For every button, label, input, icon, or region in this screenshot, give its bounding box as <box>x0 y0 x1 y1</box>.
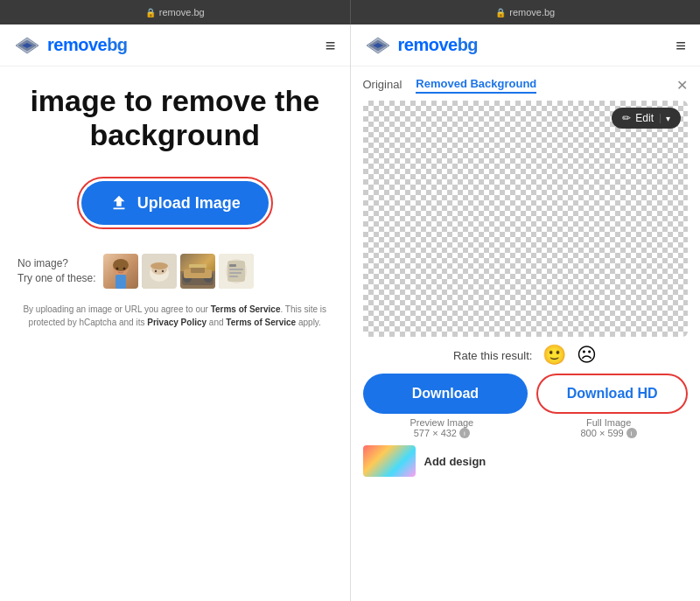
browser-bar: 🔒 remove.bg 🔒 remove.bg <box>0 0 700 24</box>
panels: removebg ≡ image to remove the backgroun… <box>0 24 700 601</box>
terms-link-2[interactable]: Privacy Policy <box>147 318 206 327</box>
terms-link-3[interactable]: Terms of Service <box>226 318 296 327</box>
right-logo-main: remove <box>398 35 458 54</box>
add-design-row[interactable]: Add design <box>363 445 689 477</box>
svg-rect-24 <box>229 264 236 267</box>
design-preview-thumbnail <box>363 445 416 477</box>
frown-button[interactable]: ☹ <box>577 344 597 367</box>
preview-image-info: Preview Image 577 × 432 i <box>363 417 522 438</box>
try-text: No image?Try one of these: <box>18 256 96 286</box>
pencil-icon: ✏ <box>622 112 631 124</box>
smile-button[interactable]: 🙂 <box>542 344 566 367</box>
svg-point-4 <box>113 259 129 271</box>
svg-rect-27 <box>229 276 238 277</box>
download-hd-button[interactable]: Download HD <box>540 377 684 410</box>
sample-img-1-svg <box>103 254 138 289</box>
left-hamburger[interactable]: ≡ <box>326 37 336 54</box>
upload-button-wrapper: Upload Image <box>77 177 273 229</box>
svg-point-12 <box>161 270 163 272</box>
terms-text: By uploading an image or URL you agree t… <box>18 303 332 329</box>
full-info-icon[interactable]: i <box>626 428 637 438</box>
svg-rect-20 <box>189 264 206 268</box>
left-logo-main: remove <box>47 35 107 54</box>
svg-point-13 <box>150 262 168 269</box>
try-these-section: No image?Try one of these: <box>18 254 332 289</box>
left-logo-accent: bg <box>107 35 127 54</box>
checkerboard-bg <box>363 101 689 337</box>
left-logo: removebg <box>14 35 128 55</box>
right-navbar: removebg ≡ <box>351 24 701 66</box>
sample-image-4[interactable] <box>219 254 254 289</box>
download-hd-wrapper: Download HD <box>536 374 688 414</box>
sample-image-3[interactable] <box>180 254 215 289</box>
left-navbar: removebg ≡ <box>0 24 350 66</box>
tab-original[interactable]: Original <box>363 78 402 93</box>
preview-info-icon[interactable]: i <box>459 428 470 438</box>
headline: image to remove the background <box>18 84 332 152</box>
svg-point-7 <box>122 268 125 270</box>
image-info-row: Preview Image 577 × 432 i Full Image 800… <box>363 417 689 438</box>
edit-button-label: Edit <box>635 112 654 124</box>
left-logo-text: removebg <box>47 35 128 55</box>
svg-point-11 <box>154 270 156 272</box>
add-design-label: Add design <box>424 455 486 468</box>
svg-rect-25 <box>229 269 243 270</box>
upload-icon <box>109 193 129 213</box>
left-panel: removebg ≡ image to remove the backgroun… <box>0 24 351 601</box>
browser-tab-left[interactable]: 🔒 remove.bg <box>0 0 350 24</box>
lock-icon-right: 🔒 <box>495 8 506 17</box>
download-button[interactable]: Download <box>363 374 528 414</box>
svg-rect-5 <box>116 275 126 289</box>
preview-image-label: Preview Image <box>363 417 522 428</box>
left-content: image to remove the background Upload Im… <box>0 66 350 601</box>
upload-button[interactable]: Upload Image <box>81 181 269 225</box>
svg-point-6 <box>116 268 118 270</box>
right-content: Original Removed Background ✕ <box>351 66 701 601</box>
upload-button-label: Upload Image <box>137 194 241 213</box>
preview-container: ✏ Edit ▾ <box>363 101 689 337</box>
sample-img-4-svg <box>219 254 254 289</box>
url-right: remove.bg <box>509 7 555 17</box>
download-row: Download Download HD <box>363 374 689 414</box>
full-image-info: Full Image 800 × 599 i <box>529 417 688 438</box>
left-logo-icon <box>14 36 40 55</box>
right-logo-accent: bg <box>458 35 478 54</box>
terms-link-1[interactable]: Terms of Service <box>211 304 281 314</box>
full-image-label: Full Image <box>529 417 688 428</box>
close-button[interactable]: ✕ <box>676 77 688 94</box>
preview-image-size: 577 × 432 i <box>363 428 522 438</box>
rate-label: Rate this result: <box>453 349 532 362</box>
tabs-row: Original Removed Background ✕ <box>363 77 689 94</box>
browser-tab-right[interactable]: 🔒 remove.bg <box>350 0 701 24</box>
sample-image-2[interactable] <box>142 254 177 289</box>
full-image-size: 800 × 599 i <box>529 428 688 438</box>
sample-image-1[interactable] <box>103 254 138 289</box>
url-left: remove.bg <box>159 7 205 17</box>
sample-img-3-svg <box>180 254 215 289</box>
right-logo-icon <box>365 36 391 55</box>
right-panel: removebg ≡ Original Removed Background ✕ <box>351 24 701 601</box>
right-logo-text: removebg <box>398 35 479 55</box>
rating-row: Rate this result: 🙂 ☹ <box>363 337 689 374</box>
right-hamburger[interactable]: ≡ <box>676 37 686 54</box>
lock-icon-left: 🔒 <box>145 8 156 17</box>
svg-rect-23 <box>228 261 245 282</box>
sample-img-2-svg <box>142 254 177 289</box>
edit-dropdown-arrow[interactable]: ▾ <box>660 114 670 123</box>
right-logo: removebg <box>365 35 479 55</box>
edit-button[interactable]: ✏ Edit ▾ <box>612 108 681 129</box>
tab-removed-background[interactable]: Removed Background <box>416 77 536 94</box>
svg-rect-26 <box>229 272 242 274</box>
sample-images <box>103 254 254 289</box>
